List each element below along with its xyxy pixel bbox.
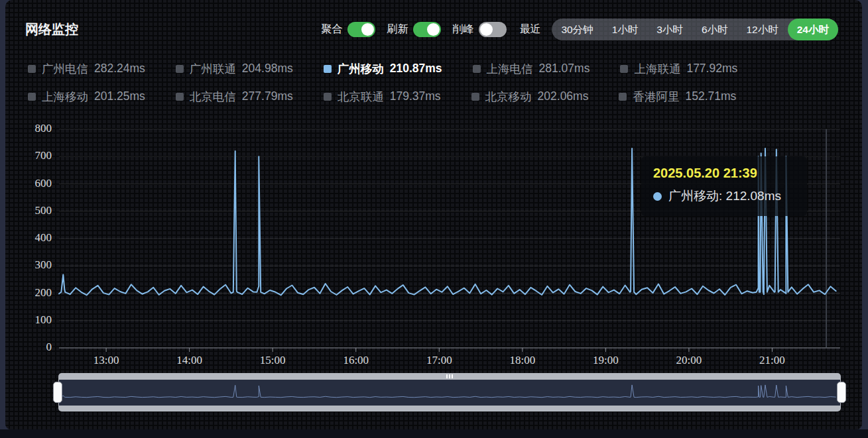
datazoom-move-bar[interactable] (58, 373, 841, 380)
chart-tooltip: 2025.05.20 21:39 广州移动: 212.08ms (641, 156, 807, 216)
series-marker-dot (653, 192, 662, 201)
toggle-3: 削峰 (452, 22, 507, 37)
switch-knob (361, 23, 374, 36)
legend-series-value: 179.37ms (390, 89, 441, 103)
legend-marker-icon (324, 93, 332, 101)
toggle-2: 刷新 (387, 22, 441, 37)
y-axis-label: 0 (12, 341, 52, 354)
x-axis-label: 17:00 (416, 354, 462, 367)
y-axis-label: 800 (12, 122, 52, 135)
time-range-button[interactable]: 3小时 (647, 19, 692, 40)
toggle-1: 聚合 (321, 22, 375, 37)
legend-series-value: 152.71ms (685, 89, 736, 103)
chart-legend: 广州电信282.24ms广州联通204.98ms广州移动210.87ms上海电信… (28, 60, 850, 115)
legend-series-name: 上海移动 (42, 89, 88, 105)
toggle-switch[interactable] (479, 22, 507, 37)
legend-marker-icon (176, 65, 184, 73)
legend-series-value: 281.07ms (539, 62, 590, 76)
time-range-button[interactable]: 12小时 (737, 19, 788, 40)
tooltip-date: 2025.05.20 21:39 (653, 166, 795, 181)
time-range-button[interactable]: 1小时 (603, 19, 648, 40)
legend-item[interactable]: 北京移动202.06ms (471, 89, 589, 105)
legend-series-name: 广州电信 (42, 61, 88, 77)
legend-item[interactable]: 广州电信282.24ms (28, 61, 145, 77)
legend-series-value: 277.79ms (242, 89, 293, 103)
legend-row: 广州电信282.24ms广州联通204.98ms广州移动210.87ms上海电信… (28, 60, 850, 78)
toggle-switch[interactable] (347, 22, 375, 37)
legend-marker-icon (619, 93, 627, 101)
legend-series-value: 204.98ms (242, 62, 293, 76)
toggle-label: 聚合 (321, 23, 342, 36)
y-axis-label: 700 (12, 149, 52, 162)
monitor-panel: 网络监控 聚合刷新削峰 最近 30分钟1小时3小时6小时12小时24小时 广州电… (5, 0, 862, 429)
toggle-label: 刷新 (387, 23, 408, 36)
y-axis-label: 300 (12, 258, 52, 272)
toggle-label: 削峰 (452, 23, 473, 36)
legend-series-name: 北京移动 (485, 89, 532, 105)
y-axis-label: 100 (12, 313, 52, 327)
datazoom-bottom-bar[interactable] (58, 406, 841, 411)
legend-marker-icon (176, 93, 184, 101)
switch-knob (480, 23, 493, 36)
datazoom-right-handle[interactable] (837, 382, 846, 403)
x-axis-label: 14:00 (166, 354, 213, 367)
legend-item[interactable]: 香港阿里152.71ms (619, 89, 736, 105)
tooltip-series-value: 广州移动: 212.08ms (668, 188, 781, 205)
toggle-switch[interactable] (413, 22, 441, 37)
legend-series-value: 177.92ms (686, 62, 737, 76)
legend-item[interactable]: 北京联通179.37ms (324, 89, 441, 105)
legend-marker-icon (28, 93, 36, 101)
y-axis-label: 200 (12, 286, 52, 300)
minimap-series-line (59, 385, 836, 398)
time-range-button[interactable]: 24小时 (788, 19, 838, 40)
x-axis-label: 20:00 (666, 354, 712, 367)
legend-series-value: 210.87ms (390, 62, 442, 76)
x-axis-label: 13:00 (83, 354, 129, 367)
legend-item[interactable]: 广州移动210.87ms (324, 61, 442, 77)
drag-grip-icon[interactable] (446, 374, 453, 378)
legend-marker-icon (324, 65, 332, 73)
bottom-strip (0, 429, 868, 438)
controls-bar: 聚合刷新削峰 最近 30分钟1小时3小时6小时12小时24小时 (321, 19, 838, 40)
legend-item[interactable]: 上海联通177.92ms (620, 61, 737, 77)
legend-item[interactable]: 广州联通204.98ms (176, 61, 293, 77)
datazoom-minimap[interactable] (58, 380, 841, 406)
legend-marker-icon (620, 65, 628, 73)
x-axis-label: 15:00 (249, 354, 296, 367)
legend-marker-icon (28, 65, 36, 73)
legend-series-name: 上海电信 (487, 61, 533, 77)
time-range-group: 30分钟1小时3小时6小时12小时24小时 (552, 19, 838, 40)
time-range-button[interactable]: 6小时 (692, 19, 737, 40)
legend-series-name: 广州联通 (190, 61, 236, 77)
x-axis-label: 18:00 (499, 354, 546, 367)
legend-item[interactable]: 北京电信277.79ms (176, 89, 293, 105)
y-axis-label: 600 (12, 177, 52, 190)
legend-row: 上海移动201.25ms北京电信277.79ms北京联通179.37ms北京移动… (28, 87, 850, 105)
legend-series-name: 北京联通 (338, 89, 384, 105)
y-axis-label: 500 (12, 204, 52, 217)
legend-series-name: 上海联通 (634, 61, 680, 77)
legend-item[interactable]: 上海移动201.25ms (28, 89, 145, 105)
x-axis-label: 19:00 (582, 354, 629, 367)
legend-series-value: 202.06ms (538, 89, 589, 103)
time-range-button[interactable]: 30分钟 (552, 19, 602, 40)
x-axis-label: 21:00 (749, 354, 795, 367)
legend-marker-icon (471, 93, 479, 101)
legend-series-value: 282.24ms (94, 62, 145, 76)
legend-series-name: 香港阿里 (633, 89, 679, 105)
x-axis-label: 16:00 (333, 354, 379, 367)
legend-item[interactable]: 上海电信281.07ms (473, 61, 590, 77)
legend-series-value: 201.25ms (94, 89, 145, 103)
page-title: 网络监控 (25, 21, 78, 38)
y-axis-label: 400 (12, 231, 52, 245)
minimap-svg (59, 380, 840, 406)
toggle-group: 聚合刷新削峰 (321, 22, 507, 37)
legend-marker-icon (473, 65, 481, 73)
datazoom-left-handle[interactable] (53, 382, 62, 403)
range-label: 最近 (519, 23, 540, 36)
switch-knob (427, 23, 440, 36)
legend-series-name: 北京电信 (190, 89, 236, 105)
datazoom-slider[interactable] (58, 373, 841, 411)
legend-series-name: 广州移动 (338, 61, 384, 77)
tooltip-series-row: 广州移动: 212.08ms (653, 188, 795, 205)
